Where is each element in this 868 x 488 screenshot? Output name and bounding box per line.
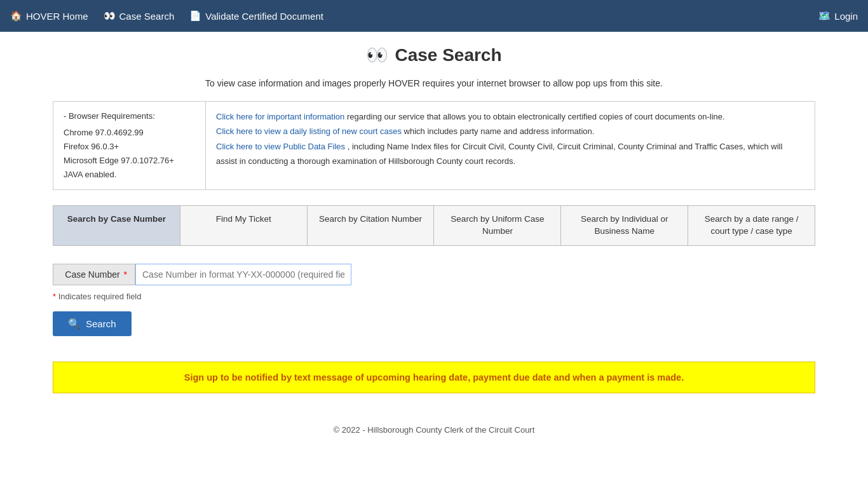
page-title: Case Search — [395, 45, 501, 65]
hover-home-label: HOVER Home — [26, 11, 88, 22]
info-link-2-row: Click here to view a daily listing of ne… — [216, 124, 804, 139]
search-button-label: Search — [86, 318, 116, 329]
info-link-1-row: Click here for important information reg… — [216, 109, 804, 124]
footer: © 2022 - Hillsborough County Clerk of th… — [0, 406, 868, 445]
search-tabs: Search by Case Number Find My Ticket Sea… — [53, 205, 815, 246]
main-content: 👀 Case Search To view case information a… — [27, 32, 841, 406]
navbar-left: 🏠 HOVER Home 👀 Case Search 📄 Validate Ce… — [10, 10, 323, 22]
tab-uniform-case[interactable]: Search by Uniform Case Number — [434, 206, 561, 245]
tab-case-number[interactable]: Search by Case Number — [53, 206, 180, 245]
search-icon: 🔍 — [68, 318, 81, 330]
case-number-row: Case Number * — [53, 264, 815, 285]
title-icon: 👀 — [366, 44, 388, 65]
info-link-2[interactable]: Click here to view a daily listing of ne… — [216, 126, 402, 136]
case-search-label: Case Search — [119, 11, 175, 22]
req-java: JAVA enabled. — [64, 168, 195, 182]
login-link[interactable]: 🗺️ Login — [818, 10, 858, 22]
navbar: 🏠 HOVER Home 👀 Case Search 📄 Validate Ce… — [0, 0, 868, 32]
login-label: Login — [834, 11, 858, 22]
popup-notice: To view case information and images prop… — [53, 78, 815, 88]
tab-individual-business[interactable]: Search by Individual or Business Name — [561, 206, 688, 245]
home-icon: 🏠 — [10, 10, 22, 22]
info-links: Click here for important information reg… — [206, 102, 815, 189]
info-link-3-row: Click here to view Public Data Files , i… — [216, 139, 804, 169]
info-link-1-suffix: regarding our service that allows you to… — [347, 112, 725, 121]
info-link-2-suffix: which includes party name and address in… — [404, 126, 595, 136]
req-title: - Browser Requirements: — [64, 109, 195, 123]
case-number-label: Case Number * — [53, 264, 135, 285]
browser-requirements: - Browser Requirements: Chrome 97.0.4692… — [53, 102, 206, 189]
tab-date-range[interactable]: Search by a date range / court type / ca… — [688, 206, 815, 245]
notification-text: Sign up to be notified by text message o… — [184, 372, 684, 383]
page-title-row: 👀 Case Search — [53, 44, 815, 65]
required-note: * Indicates required field — [53, 292, 815, 301]
hover-home-link[interactable]: 🏠 HOVER Home — [10, 10, 88, 22]
req-firefox: Firefox 96.0.3+ — [64, 140, 195, 154]
req-chrome: Chrome 97.0.4692.99 — [64, 126, 195, 140]
login-icon: 🗺️ — [818, 10, 831, 22]
info-link-1[interactable]: Click here for important information — [216, 112, 344, 121]
required-star: * — [124, 269, 127, 280]
case-number-input[interactable] — [135, 264, 351, 285]
info-link-3[interactable]: Click here to view Public Data Files — [216, 142, 345, 151]
case-search-link[interactable]: 👀 Case Search — [104, 10, 175, 22]
validate-icon: 📄 — [189, 10, 201, 22]
footer-text: © 2022 - Hillsborough County Clerk of th… — [334, 425, 535, 435]
notification-banner[interactable]: Sign up to be notified by text message o… — [53, 362, 815, 393]
search-button[interactable]: 🔍 Search — [53, 311, 132, 336]
tab-find-ticket[interactable]: Find My Ticket — [180, 206, 308, 245]
eyes-icon: 👀 — [104, 10, 116, 22]
req-edge: Microsoft Edge 97.0.1072.76+ — [64, 154, 195, 168]
case-number-form: Case Number * * Indicates required field… — [53, 261, 815, 346]
validate-label: Validate Certified Document — [205, 11, 323, 22]
validate-doc-link[interactable]: 📄 Validate Certified Document — [189, 10, 323, 22]
info-box: - Browser Requirements: Chrome 97.0.4692… — [53, 101, 815, 190]
tab-citation[interactable]: Search by Citation Number — [308, 206, 435, 245]
